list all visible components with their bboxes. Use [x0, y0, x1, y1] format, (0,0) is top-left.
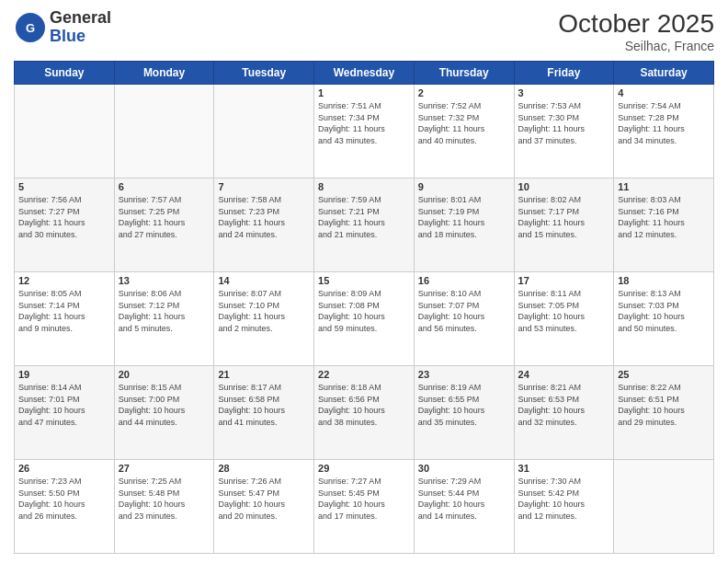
week-row-3: 12Sunrise: 8:05 AM Sunset: 7:14 PM Dayli… [15, 272, 714, 366]
day-info: Sunrise: 8:13 AM Sunset: 7:03 PM Dayligh… [618, 288, 710, 334]
day-number: 6 [119, 181, 210, 192]
day-number: 22 [318, 369, 410, 380]
day-number: 28 [218, 463, 310, 474]
day-info: Sunrise: 8:01 AM Sunset: 7:19 PM Dayligh… [418, 194, 510, 240]
day-number: 10 [518, 181, 610, 192]
calendar-cell: 2Sunrise: 7:52 AM Sunset: 7:32 PM Daylig… [414, 85, 514, 178]
day-number: 29 [318, 463, 410, 474]
calendar-cell: 1Sunrise: 7:51 AM Sunset: 7:34 PM Daylig… [314, 85, 415, 178]
calendar-cell: 14Sunrise: 8:07 AM Sunset: 7:10 PM Dayli… [214, 272, 314, 366]
day-number: 5 [18, 181, 110, 192]
calendar-cell: 12Sunrise: 8:05 AM Sunset: 7:14 PM Dayli… [15, 272, 115, 366]
day-number: 30 [418, 463, 510, 474]
day-number: 14 [218, 275, 310, 286]
day-info: Sunrise: 7:57 AM Sunset: 7:25 PM Dayligh… [119, 194, 210, 240]
calendar-cell: 21Sunrise: 8:17 AM Sunset: 6:58 PM Dayli… [214, 366, 314, 460]
week-row-5: 26Sunrise: 7:23 AM Sunset: 5:50 PM Dayli… [15, 460, 714, 554]
day-number: 25 [618, 369, 710, 380]
title-section: October 2025 Seilhac, France [558, 9, 714, 53]
calendar-cell: 30Sunrise: 7:29 AM Sunset: 5:44 PM Dayli… [414, 460, 514, 554]
day-number: 2 [418, 87, 510, 98]
calendar-cell [614, 460, 714, 554]
day-info: Sunrise: 8:17 AM Sunset: 6:58 PM Dayligh… [218, 382, 310, 428]
week-row-2: 5Sunrise: 7:56 AM Sunset: 7:27 PM Daylig… [15, 178, 714, 272]
day-number: 16 [418, 275, 510, 286]
calendar-cell: 19Sunrise: 8:14 AM Sunset: 7:01 PM Dayli… [15, 366, 115, 460]
week-row-4: 19Sunrise: 8:14 AM Sunset: 7:01 PM Dayli… [15, 366, 714, 460]
day-number: 4 [618, 87, 710, 98]
day-header-thursday: Thursday [414, 62, 514, 85]
calendar-cell: 15Sunrise: 8:09 AM Sunset: 7:08 PM Dayli… [314, 272, 415, 366]
day-number: 12 [18, 275, 110, 286]
day-number: 7 [218, 181, 310, 192]
day-number: 3 [518, 87, 610, 98]
calendar-cell: 8Sunrise: 7:59 AM Sunset: 7:21 PM Daylig… [314, 178, 415, 272]
day-number: 26 [18, 463, 110, 474]
day-number: 17 [518, 275, 610, 286]
day-info: Sunrise: 8:22 AM Sunset: 6:51 PM Dayligh… [618, 382, 710, 428]
logo-icon: G [14, 11, 47, 44]
location: Seilhac, France [558, 39, 714, 53]
calendar-cell [114, 85, 214, 178]
day-header-sunday: Sunday [15, 62, 115, 85]
day-number: 21 [218, 369, 310, 380]
day-number: 13 [119, 275, 210, 286]
calendar-cell: 31Sunrise: 7:30 AM Sunset: 5:42 PM Dayli… [514, 460, 614, 554]
week-row-1: 1Sunrise: 7:51 AM Sunset: 7:34 PM Daylig… [15, 85, 714, 178]
day-info: Sunrise: 7:51 AM Sunset: 7:34 PM Dayligh… [318, 100, 410, 146]
calendar-cell: 29Sunrise: 7:27 AM Sunset: 5:45 PM Dayli… [314, 460, 415, 554]
calendar-cell: 18Sunrise: 8:13 AM Sunset: 7:03 PM Dayli… [614, 272, 714, 366]
calendar-cell: 24Sunrise: 8:21 AM Sunset: 6:53 PM Dayli… [514, 366, 614, 460]
calendar-cell [15, 85, 115, 178]
calendar-cell: 3Sunrise: 7:53 AM Sunset: 7:30 PM Daylig… [514, 85, 614, 178]
day-number: 20 [119, 369, 210, 380]
calendar-cell: 5Sunrise: 7:56 AM Sunset: 7:27 PM Daylig… [15, 178, 115, 272]
day-number: 27 [119, 463, 210, 474]
day-header-friday: Friday [514, 62, 614, 85]
day-info: Sunrise: 8:07 AM Sunset: 7:10 PM Dayligh… [218, 288, 310, 334]
calendar-cell: 16Sunrise: 8:10 AM Sunset: 7:07 PM Dayli… [414, 272, 514, 366]
day-number: 9 [418, 181, 510, 192]
calendar-cell: 23Sunrise: 8:19 AM Sunset: 6:55 PM Dayli… [414, 366, 514, 460]
day-info: Sunrise: 8:18 AM Sunset: 6:56 PM Dayligh… [318, 382, 410, 428]
calendar-cell: 17Sunrise: 8:11 AM Sunset: 7:05 PM Dayli… [514, 272, 614, 366]
day-info: Sunrise: 8:10 AM Sunset: 7:07 PM Dayligh… [418, 288, 510, 334]
calendar-cell: 25Sunrise: 8:22 AM Sunset: 6:51 PM Dayli… [614, 366, 714, 460]
calendar-cell: 26Sunrise: 7:23 AM Sunset: 5:50 PM Dayli… [15, 460, 115, 554]
calendar-cell [214, 85, 314, 178]
day-header-tuesday: Tuesday [214, 62, 314, 85]
calendar-cell: 11Sunrise: 8:03 AM Sunset: 7:16 PM Dayli… [614, 178, 714, 272]
day-info: Sunrise: 8:09 AM Sunset: 7:08 PM Dayligh… [318, 288, 410, 334]
day-info: Sunrise: 7:53 AM Sunset: 7:30 PM Dayligh… [518, 100, 610, 146]
calendar-cell: 13Sunrise: 8:06 AM Sunset: 7:12 PM Dayli… [114, 272, 214, 366]
day-header-wednesday: Wednesday [314, 62, 415, 85]
day-info: Sunrise: 8:02 AM Sunset: 7:17 PM Dayligh… [518, 194, 610, 240]
day-info: Sunrise: 7:52 AM Sunset: 7:32 PM Dayligh… [418, 100, 510, 146]
logo: G General Blue [14, 9, 111, 46]
day-number: 8 [318, 181, 410, 192]
day-info: Sunrise: 8:14 AM Sunset: 7:01 PM Dayligh… [18, 382, 110, 428]
day-number: 15 [318, 275, 410, 286]
calendar-cell: 22Sunrise: 8:18 AM Sunset: 6:56 PM Dayli… [314, 366, 415, 460]
logo-text: General Blue [50, 9, 111, 46]
day-number: 18 [618, 275, 710, 286]
day-info: Sunrise: 8:19 AM Sunset: 6:55 PM Dayligh… [418, 382, 510, 428]
calendar-cell: 7Sunrise: 7:58 AM Sunset: 7:23 PM Daylig… [214, 178, 314, 272]
svg-text:G: G [26, 21, 35, 35]
calendar-cell: 27Sunrise: 7:25 AM Sunset: 5:48 PM Dayli… [114, 460, 214, 554]
day-number: 19 [18, 369, 110, 380]
calendar-cell: 28Sunrise: 7:26 AM Sunset: 5:47 PM Dayli… [214, 460, 314, 554]
day-info: Sunrise: 8:15 AM Sunset: 7:00 PM Dayligh… [119, 382, 210, 428]
day-number: 23 [418, 369, 510, 380]
day-info: Sunrise: 7:23 AM Sunset: 5:50 PM Dayligh… [18, 476, 110, 522]
day-header-monday: Monday [114, 62, 214, 85]
day-info: Sunrise: 8:21 AM Sunset: 6:53 PM Dayligh… [518, 382, 610, 428]
day-info: Sunrise: 7:56 AM Sunset: 7:27 PM Dayligh… [18, 194, 110, 240]
day-info: Sunrise: 8:06 AM Sunset: 7:12 PM Dayligh… [119, 288, 210, 334]
calendar-cell: 4Sunrise: 7:54 AM Sunset: 7:28 PM Daylig… [614, 85, 714, 178]
calendar-cell: 10Sunrise: 8:02 AM Sunset: 7:17 PM Dayli… [514, 178, 614, 272]
month-title: October 2025 [558, 9, 714, 39]
day-info: Sunrise: 7:29 AM Sunset: 5:44 PM Dayligh… [418, 476, 510, 522]
day-number: 31 [518, 463, 610, 474]
day-info: Sunrise: 8:05 AM Sunset: 7:14 PM Dayligh… [18, 288, 110, 334]
